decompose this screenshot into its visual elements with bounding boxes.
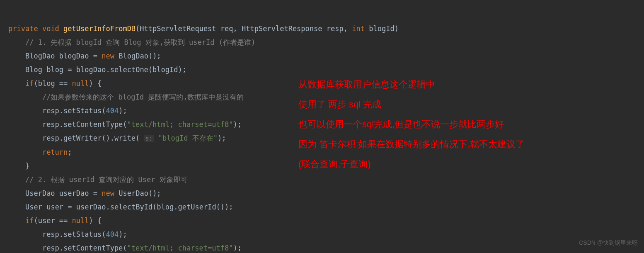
- type: HttpServletResponse: [242, 24, 322, 33]
- string: "text/html; charset=utf8": [127, 120, 233, 129]
- semi: ;: [68, 148, 72, 156]
- annotation-line: 也可以使用一个sql完成,但是也不说一步就比两步好: [298, 114, 525, 134]
- param: blogId: [369, 24, 394, 33]
- tail: ();: [148, 52, 161, 60]
- type-int: int: [352, 24, 365, 33]
- param: resp: [327, 24, 344, 33]
- var: blog: [46, 66, 63, 74]
- keyword-null: null: [72, 217, 89, 225]
- annotation-line: 使用了 两步 sql 完成: [298, 95, 525, 114]
- tail: );: [119, 107, 127, 115]
- number: 404: [106, 107, 119, 115]
- eq: =: [93, 52, 97, 60]
- watermark: CSDN @快到锅里来呀: [579, 236, 638, 250]
- eq: =: [93, 189, 97, 197]
- method-name: getUserInfoFromDB: [63, 24, 136, 33]
- keyword-null: null: [72, 79, 89, 88]
- call: resp.setStatus(: [42, 230, 106, 238]
- keyword-if: if: [25, 217, 34, 225]
- tail: );: [233, 244, 241, 252]
- keyword-new: new: [102, 189, 114, 197]
- cond: (user ==: [34, 217, 68, 225]
- param: req: [220, 24, 233, 33]
- var: user: [46, 203, 63, 211]
- type: HttpServletRequest: [140, 24, 216, 33]
- keyword-private: private: [8, 24, 38, 33]
- brace: }: [25, 162, 29, 170]
- call: resp.getWriter().write(: [42, 134, 140, 142]
- expr: userDao.selectById(blog.getUserId());: [76, 203, 233, 211]
- keyword-void: void: [42, 24, 59, 33]
- tail: ();: [148, 189, 161, 197]
- var: userDao: [59, 189, 89, 197]
- comment-line: // 1. 先根据 blogId 查询 Blog 对象,获取到 userId (…: [25, 38, 255, 46]
- comment-line: // 2. 根据 userId 查询对应的 User 对象即可: [25, 175, 188, 184]
- paren: ): [395, 24, 399, 33]
- ctor: BlogDao: [119, 52, 148, 60]
- type: Blog: [25, 66, 42, 74]
- type: User: [25, 203, 42, 211]
- eq: =: [68, 66, 72, 74]
- close: ) {: [89, 79, 102, 88]
- annotation-text: 从数据库获取用户信息这个逻辑中 使用了 两步 sql 完成 也可以使用一个sql…: [298, 75, 525, 174]
- keyword-return: return: [42, 148, 68, 156]
- call: resp.setContentType(: [42, 244, 127, 252]
- cond: (blog ==: [34, 79, 68, 88]
- call: resp.setContentType(: [42, 120, 127, 129]
- var: blogDao: [59, 52, 89, 60]
- type: UserDao: [25, 189, 55, 197]
- comma: ,: [233, 24, 237, 33]
- paren: (: [136, 24, 140, 33]
- ctor: UserDao: [119, 189, 148, 197]
- keyword-if: if: [25, 79, 34, 88]
- call: resp.setStatus(: [42, 107, 106, 115]
- string: "blogId 不存在": [158, 134, 218, 142]
- tail: );: [233, 120, 241, 129]
- eq: =: [68, 203, 72, 211]
- comment-line: //如果参数传来的这个 blogId 是随便写的,数据库中是没有的: [42, 93, 244, 101]
- annotation-line: 从数据库获取用户信息这个逻辑中: [298, 75, 525, 95]
- tail: );: [119, 230, 127, 238]
- annotation-line: 因为 笛卡尔积 如果在数据特别多的情况下,就不太建议了: [298, 134, 525, 154]
- number: 404: [106, 230, 119, 238]
- annotation-line: (联合查询,子查询): [298, 154, 525, 174]
- comma: ,: [344, 24, 348, 33]
- type: BlogDao: [25, 52, 55, 60]
- string: "text/html; charset=utf8": [127, 244, 233, 252]
- close: ) {: [89, 217, 102, 225]
- keyword-new: new: [102, 52, 114, 60]
- tail: );: [218, 134, 226, 142]
- expr: blogDao.selectOne(blogId);: [76, 66, 186, 74]
- param-hint: s:: [144, 135, 154, 142]
